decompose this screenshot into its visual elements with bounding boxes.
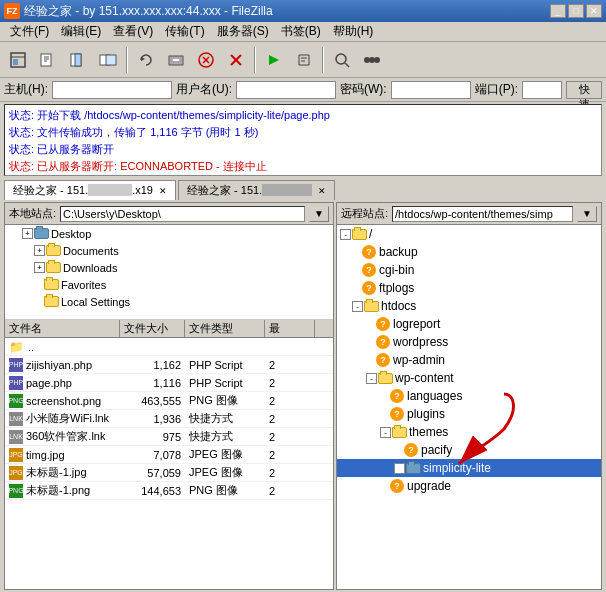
svg-marker-19 bbox=[269, 55, 279, 65]
root-folder-icon bbox=[352, 229, 367, 240]
remote-plugins[interactable]: ? plugins bbox=[337, 405, 601, 423]
expand-root[interactable]: - bbox=[340, 229, 351, 240]
file-row-up[interactable]: 📁.. bbox=[5, 338, 333, 356]
expand-htdocs[interactable]: - bbox=[352, 301, 363, 312]
remote-wpcontent[interactable]: - wp-content bbox=[337, 369, 601, 387]
file-row-360[interactable]: LNK 360软件管家.lnk 975 快捷方式 2 bbox=[5, 428, 333, 446]
user-input[interactable] bbox=[236, 81, 336, 99]
remote-path-input[interactable] bbox=[392, 206, 573, 222]
remote-cgibin[interactable]: ? cgi-bin bbox=[337, 261, 601, 279]
remote-wpadmin[interactable]: ? wp-admin bbox=[337, 351, 601, 369]
remote-htdocs[interactable]: - htdocs bbox=[337, 297, 601, 315]
tab-2-close[interactable]: ✕ bbox=[318, 186, 326, 196]
expand-desktop[interactable]: + bbox=[22, 228, 33, 239]
remote-backup[interactable]: ? backup bbox=[337, 243, 601, 261]
file-row-screenshot[interactable]: PNG screenshot.png 463,555 PNG 图像 2 bbox=[5, 392, 333, 410]
file-row-untitled1jpg[interactable]: JPG 未标题-1.jpg 57,059 JPEG 图像 2 bbox=[5, 464, 333, 482]
menu-server[interactable]: 服务器(S) bbox=[211, 21, 275, 42]
remote-simplicity-lite[interactable]: + simplicity-lite bbox=[337, 459, 601, 477]
localsettings-folder-icon bbox=[44, 296, 59, 307]
remote-upgrade[interactable]: ? upgrade bbox=[337, 477, 601, 495]
wpadmin-label: wp-admin bbox=[393, 353, 445, 367]
window-controls: _ □ ✕ bbox=[550, 4, 602, 18]
expand-wpcontent[interactable]: - bbox=[366, 373, 377, 384]
remote-path-dropdown[interactable]: ▼ bbox=[577, 206, 597, 222]
menu-bookmarks[interactable]: 书签(B) bbox=[275, 21, 327, 42]
remote-logreport[interactable]: ? logreport bbox=[337, 315, 601, 333]
expand-downloads[interactable]: + bbox=[34, 262, 45, 273]
menu-help[interactable]: 帮助(H) bbox=[327, 21, 380, 42]
file-row-zijishiyan[interactable]: PHP zijishiyan.php 1,162 PHP Script 2 bbox=[5, 356, 333, 374]
svg-point-27 bbox=[374, 57, 380, 63]
toolbar-search[interactable] bbox=[328, 46, 356, 74]
menu-file[interactable]: 文件(F) bbox=[4, 21, 55, 42]
close-button[interactable]: ✕ bbox=[586, 4, 602, 18]
desktop-label: Desktop bbox=[51, 228, 91, 240]
desktop-folder-icon bbox=[34, 228, 49, 239]
status-line-3: 状态: 已从服务器断开 bbox=[9, 141, 597, 158]
upgrade-label: upgrade bbox=[407, 479, 451, 493]
languages-q-icon: ? bbox=[390, 389, 404, 403]
remote-path-label: 远程站点: bbox=[341, 206, 388, 221]
connect-button[interactable]: 快速连接 bbox=[566, 81, 602, 99]
svg-marker-11 bbox=[141, 57, 145, 61]
host-input[interactable] bbox=[52, 81, 172, 99]
toolbar-btn10[interactable] bbox=[290, 46, 318, 74]
local-path-input[interactable] bbox=[60, 206, 305, 222]
menu-transfer[interactable]: 传输(T) bbox=[159, 21, 210, 42]
documents-label: Documents bbox=[63, 245, 119, 257]
tab-1-close[interactable]: ✕ bbox=[159, 186, 167, 196]
tab-1-label: 经验之家 - 151.xxxxxxxx.x19 bbox=[13, 183, 153, 198]
tree-node-desktop[interactable]: + Desktop bbox=[5, 225, 333, 242]
tree-node-favorites[interactable]: Favorites bbox=[5, 276, 333, 293]
remote-panel-header: 远程站点: ▼ bbox=[337, 203, 601, 225]
file-row-wifi[interactable]: LNK 小米随身WiFi.lnk 1,936 快捷方式 2 bbox=[5, 410, 333, 428]
menu-bar: 文件(F) 编辑(E) 查看(V) 传输(T) 服务器(S) 书签(B) 帮助(… bbox=[0, 22, 606, 42]
file-row-untitled1png[interactable]: PNG 未标题-1.png 144,653 PNG 图像 2 bbox=[5, 482, 333, 500]
themes-folder-icon bbox=[392, 427, 407, 438]
wordpress-label: wordpress bbox=[393, 335, 448, 349]
tab-2[interactable]: 经验之家 - 151.xxxxxxxxx ✕ bbox=[178, 180, 335, 200]
file-row-page[interactable]: PHP page.php 1,116 PHP Script 2 bbox=[5, 374, 333, 392]
tree-node-localsettings[interactable]: Local Settings bbox=[5, 293, 333, 310]
remote-themes[interactable]: - themes bbox=[337, 423, 601, 441]
header-filesize[interactable]: 文件大小 bbox=[120, 320, 185, 337]
remote-languages[interactable]: ? languages bbox=[337, 387, 601, 405]
file-row-timg[interactable]: JPG timg.jpg 7,078 JPEG 图像 2 bbox=[5, 446, 333, 464]
menu-edit[interactable]: 编辑(E) bbox=[55, 21, 107, 42]
remote-pacify[interactable]: ? pacify bbox=[337, 441, 601, 459]
plugins-q-icon: ? bbox=[390, 407, 404, 421]
toolbar-btn9[interactable] bbox=[260, 46, 288, 74]
expand-themes[interactable]: - bbox=[380, 427, 391, 438]
expand-documents[interactable]: + bbox=[34, 245, 45, 256]
minimize-button[interactable]: _ bbox=[550, 4, 566, 18]
local-path-dropdown[interactable]: ▼ bbox=[309, 206, 329, 222]
remote-root[interactable]: - / bbox=[337, 225, 601, 243]
themes-label: themes bbox=[409, 425, 448, 439]
remote-wordpress[interactable]: ? wordpress bbox=[337, 333, 601, 351]
toolbar-btn4[interactable] bbox=[94, 46, 122, 74]
backup-label: backup bbox=[379, 245, 418, 259]
toolbar-cancel[interactable] bbox=[192, 46, 220, 74]
toolbar-disconnect[interactable] bbox=[222, 46, 250, 74]
toolbar-btn2[interactable] bbox=[34, 46, 62, 74]
tree-node-downloads[interactable]: + Downloads bbox=[5, 259, 333, 276]
header-filename[interactable]: 文件名 bbox=[5, 320, 120, 337]
pass-input[interactable] bbox=[391, 81, 471, 99]
pacify-q-icon: ? bbox=[404, 443, 418, 457]
menu-view[interactable]: 查看(V) bbox=[107, 21, 159, 42]
port-input[interactable] bbox=[522, 81, 562, 99]
toolbar-btn3[interactable] bbox=[64, 46, 92, 74]
expand-simplicity[interactable]: + bbox=[394, 463, 405, 474]
toolbar-btn12[interactable] bbox=[358, 46, 386, 74]
toolbar-refresh[interactable] bbox=[132, 46, 160, 74]
tab-1[interactable]: 经验之家 - 151.xxxxxxxx.x19 ✕ bbox=[4, 180, 176, 200]
tree-node-documents[interactable]: + Documents bbox=[5, 242, 333, 259]
toolbar-btn6[interactable] bbox=[162, 46, 190, 74]
remote-ftplogs[interactable]: ? ftplogs bbox=[337, 279, 601, 297]
toolbar-new-site[interactable] bbox=[4, 46, 32, 74]
header-filetype[interactable]: 文件类型 bbox=[185, 320, 265, 337]
maximize-button[interactable]: □ bbox=[568, 4, 584, 18]
tab-2-label: 经验之家 - 151.xxxxxxxxx bbox=[187, 183, 312, 198]
header-filedate[interactable]: 最 bbox=[265, 320, 315, 337]
